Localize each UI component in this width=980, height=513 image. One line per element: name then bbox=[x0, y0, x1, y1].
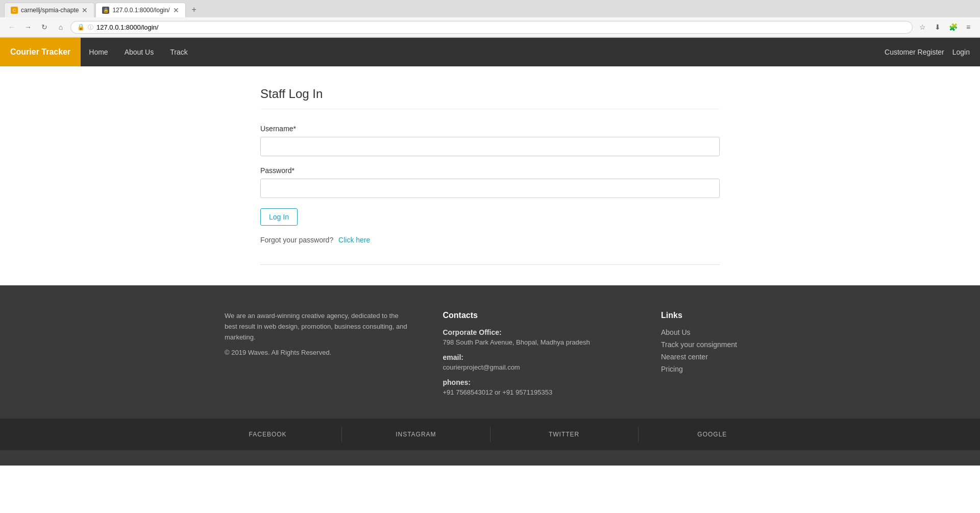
login-container: Staff Log In Username* Password* Log In … bbox=[260, 87, 720, 265]
nav-about[interactable]: About Us bbox=[116, 38, 162, 66]
menu-button[interactable]: ≡ bbox=[962, 20, 975, 34]
bookmarks-button[interactable]: ☆ bbox=[916, 20, 929, 34]
tab-close-2[interactable]: ✕ bbox=[173, 6, 179, 14]
click-here-link[interactable]: Click here bbox=[338, 236, 370, 244]
footer-about: We are an award-winning creative agency,… bbox=[194, 311, 412, 403]
footer-copyright: © 2019 Waves. All Rights Reserved. bbox=[225, 348, 412, 358]
tab-title-1: carnellj/spmia-chapte bbox=[21, 7, 79, 14]
footer-contacts: Contacts Corporate Office: 798 South Par… bbox=[443, 311, 631, 403]
password-group: Password* bbox=[260, 166, 720, 198]
username-input[interactable] bbox=[260, 137, 720, 156]
footer-about-text: We are an award-winning creative agency,… bbox=[225, 311, 412, 343]
nav-track[interactable]: Track bbox=[162, 38, 195, 66]
footer: We are an award-winning creative agency,… bbox=[0, 285, 980, 466]
forgot-password: Forgot your password? Click here bbox=[260, 236, 720, 244]
password-input[interactable] bbox=[260, 179, 720, 198]
nav-home[interactable]: Home bbox=[81, 38, 116, 66]
social-twitter[interactable]: TWITTER bbox=[491, 427, 639, 442]
password-label: Password* bbox=[260, 166, 720, 175]
social-google[interactable]: GOOGLE bbox=[639, 427, 786, 442]
email-value: courierproject@gmail.com bbox=[443, 363, 631, 371]
refresh-button[interactable]: ↻ bbox=[38, 20, 51, 34]
browser-chrome: C carnellj/spmia-chapte ✕ 🔒 127.0.0.1:80… bbox=[0, 0, 980, 38]
links-title: Links bbox=[661, 311, 786, 320]
forgot-text: Forgot your password? bbox=[260, 236, 333, 244]
login-button[interactable]: Log In bbox=[260, 208, 298, 226]
browser-tab-2[interactable]: 🔒 127.0.0.1:8000/login/ ✕ bbox=[95, 3, 185, 17]
browser-tab-1[interactable]: C carnellj/spmia-chapte ✕ bbox=[4, 3, 94, 17]
downloads-button[interactable]: ⬇ bbox=[931, 20, 944, 34]
footer-link-track[interactable]: Track your consignment bbox=[661, 340, 786, 349]
username-label: Username* bbox=[260, 125, 720, 133]
footer-link-about[interactable]: About Us bbox=[661, 328, 786, 336]
footer-link-nearest[interactable]: Nearest center bbox=[661, 353, 786, 361]
address-bar: 🔒 ⓘ bbox=[70, 21, 913, 34]
new-tab-button[interactable]: + bbox=[187, 2, 202, 17]
info-icon: ⓘ bbox=[88, 23, 93, 31]
footer-links: Links About Us Track your consignment Ne… bbox=[661, 311, 786, 403]
login-link[interactable]: Login bbox=[952, 48, 970, 56]
navbar-right: Customer Register Login bbox=[885, 48, 980, 56]
social-instagram[interactable]: INSTAGRAM bbox=[342, 427, 490, 442]
corporate-value: 798 South Park Avenue, Bhopal, Madhya pr… bbox=[443, 338, 631, 346]
browser-toolbar: ← → ↻ ⌂ 🔒 ⓘ ☆ ⬇ 🧩 ≡ bbox=[0, 17, 980, 37]
navbar-brand[interactable]: Courier Tracker bbox=[0, 38, 81, 66]
contacts-title: Contacts bbox=[443, 311, 631, 320]
tab-favicon-2: 🔒 bbox=[102, 7, 109, 14]
phones-label: phones: bbox=[443, 378, 631, 386]
navbar-links: Home About Us Track bbox=[81, 38, 195, 66]
tab-close-1[interactable]: ✕ bbox=[82, 6, 88, 14]
navbar: Courier Tracker Home About Us Track Cust… bbox=[0, 38, 980, 66]
footer-link-pricing[interactable]: Pricing bbox=[661, 365, 786, 373]
browser-tabs: C carnellj/spmia-chapte ✕ 🔒 127.0.0.1:80… bbox=[0, 0, 980, 17]
footer-social: FACEBOOK INSTAGRAM TWITTER GOOGLE bbox=[0, 419, 980, 450]
corporate-label: Corporate Office: bbox=[443, 328, 631, 336]
home-button[interactable]: ⌂ bbox=[54, 20, 67, 34]
login-title: Staff Log In bbox=[260, 87, 720, 109]
tab-title-2: 127.0.0.1:8000/login/ bbox=[112, 7, 169, 14]
address-input[interactable] bbox=[96, 23, 906, 31]
social-facebook[interactable]: FACEBOOK bbox=[194, 427, 342, 442]
tab-favicon-1: C bbox=[11, 7, 18, 14]
footer-inner: We are an award-winning creative agency,… bbox=[184, 311, 796, 403]
footer-social-inner: FACEBOOK INSTAGRAM TWITTER GOOGLE bbox=[184, 427, 796, 442]
back-button[interactable]: ← bbox=[5, 20, 18, 34]
forward-button[interactable]: → bbox=[21, 20, 35, 34]
main-content: Staff Log In Username* Password* Log In … bbox=[184, 66, 796, 285]
email-label: email: bbox=[443, 353, 631, 361]
username-group: Username* bbox=[260, 125, 720, 156]
phones-value: +91 7568543012 or +91 9571195353 bbox=[443, 388, 631, 396]
toolbar-actions: ☆ ⬇ 🧩 ≡ bbox=[916, 20, 975, 34]
extensions-button[interactable]: 🧩 bbox=[946, 20, 960, 34]
lock-icon: 🔒 bbox=[77, 23, 85, 31]
customer-register-link[interactable]: Customer Register bbox=[885, 48, 944, 56]
